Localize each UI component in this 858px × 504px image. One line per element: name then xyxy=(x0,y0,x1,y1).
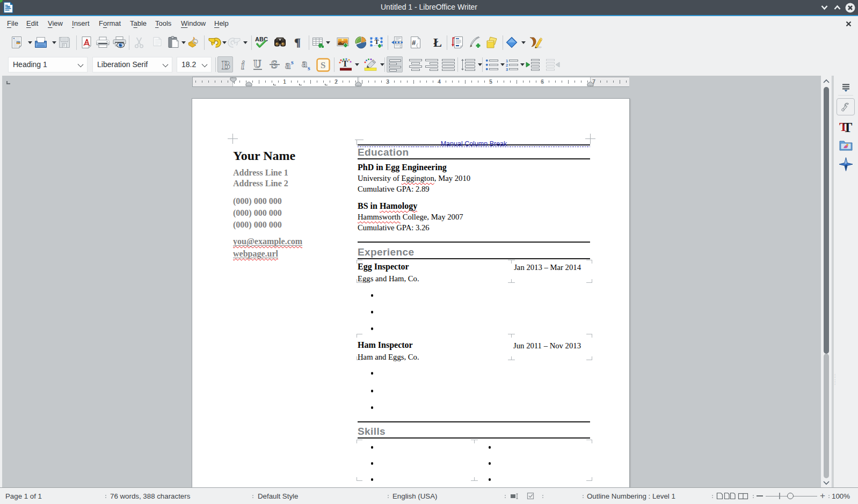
svg-text:T: T xyxy=(342,59,348,69)
svg-text:a: a xyxy=(285,59,290,71)
svg-text:T: T xyxy=(843,120,852,133)
svg-text:U: U xyxy=(253,58,261,70)
svg-text:s: s xyxy=(308,64,310,71)
svg-text:B: B xyxy=(222,59,230,72)
svg-text:s: s xyxy=(291,59,294,66)
svg-text:Ł: Ł xyxy=(433,36,442,49)
svg-text:#: # xyxy=(412,39,416,47)
svg-text:i: i xyxy=(241,59,245,71)
svg-text:3: 3 xyxy=(506,67,508,72)
svg-text:¶: ¶ xyxy=(294,36,301,49)
svg-text:S: S xyxy=(321,60,325,70)
svg-text:a: a xyxy=(302,58,307,69)
